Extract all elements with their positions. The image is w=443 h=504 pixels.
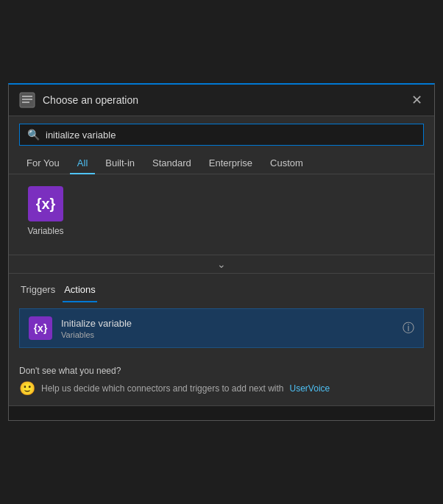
feedback-section: Don't see what you need? 🙂 Help us decid… xyxy=(9,357,434,405)
dialog-header: Choose an operation ✕ xyxy=(9,85,434,116)
connector-area: {x} Variables xyxy=(9,174,434,255)
table-row[interactable]: {x} Initialize variable Variables ⓘ xyxy=(19,308,424,348)
tab-enterprise[interactable]: Enterprise xyxy=(202,153,260,174)
feedback-title: Don't see what you need? xyxy=(19,366,424,376)
result-title: Initialize variable xyxy=(61,318,403,329)
feedback-text: Help us decide which connectors and trig… xyxy=(41,383,284,394)
search-bar: 🔍 xyxy=(19,124,424,146)
connector-item-variables[interactable]: {x} Variables xyxy=(19,186,72,236)
tab-standard[interactable]: Standard xyxy=(145,153,199,174)
connector-icon-variables: {x} xyxy=(28,186,63,221)
connector-label-variables: Variables xyxy=(27,226,63,236)
dialog-footer xyxy=(9,405,434,420)
collapse-row[interactable]: ⌄ xyxy=(9,255,434,274)
action-tabs: Triggers Actions xyxy=(9,274,434,302)
top-tabs: For You All Built-in Standard Enterprise… xyxy=(9,153,434,174)
search-input[interactable] xyxy=(46,129,416,141)
search-icon: 🔍 xyxy=(27,129,40,141)
tab-triggers[interactable]: Triggers xyxy=(19,281,57,302)
info-icon[interactable]: ⓘ xyxy=(403,321,414,336)
dialog-title: Choose an operation xyxy=(43,94,410,106)
dialog-header-icon xyxy=(19,92,35,108)
svg-rect-1 xyxy=(22,99,32,100)
result-list: {x} Initialize variable Variables ⓘ xyxy=(9,302,434,357)
svg-rect-2 xyxy=(22,102,29,103)
close-button[interactable]: ✕ xyxy=(410,93,424,107)
smile-icon: 🙂 xyxy=(19,380,35,397)
svg-rect-3 xyxy=(22,96,32,97)
chevron-down-icon: ⌄ xyxy=(217,258,226,270)
result-subtitle: Variables xyxy=(61,330,403,339)
tab-all[interactable]: All xyxy=(70,153,95,174)
result-connector-icon: {x} xyxy=(29,316,52,340)
uservoice-link[interactable]: UserVoice xyxy=(290,383,330,394)
tab-built-in[interactable]: Built-in xyxy=(98,153,142,174)
result-text: Initialize variable Variables xyxy=(61,318,403,339)
tab-for-you[interactable]: For You xyxy=(19,153,67,174)
tab-actions[interactable]: Actions xyxy=(63,281,97,302)
feedback-row: 🙂 Help us decide which connectors and tr… xyxy=(19,380,424,397)
tab-custom[interactable]: Custom xyxy=(263,153,311,174)
choose-operation-dialog: Choose an operation ✕ 🔍 For You All Buil… xyxy=(8,83,435,421)
